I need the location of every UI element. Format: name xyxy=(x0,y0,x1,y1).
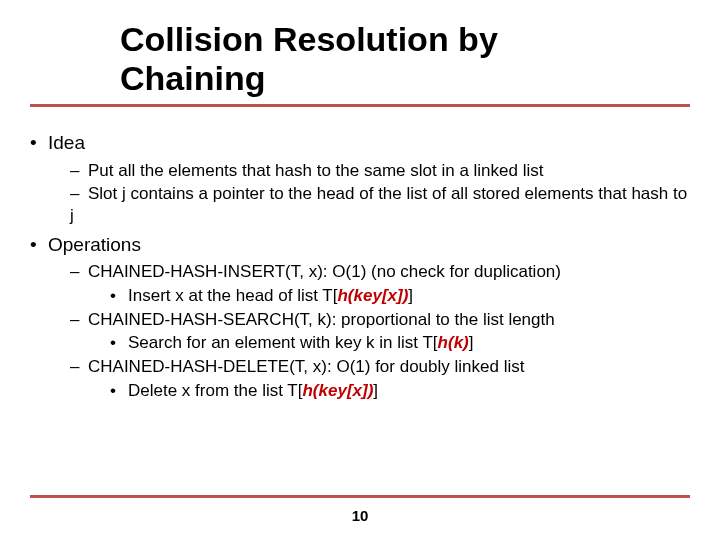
op-sub-item: •Delete x from the list T[h(key[x])] xyxy=(110,380,690,402)
op-sub-key: h(k) xyxy=(438,333,469,352)
title-line-1: Collision Resolution by xyxy=(120,20,498,58)
idea-item: –Put all the elements that hash to the s… xyxy=(70,160,690,182)
op-item: –CHAINED-HASH-SEARCH(T, k): proportional… xyxy=(70,309,690,331)
op-sub-post: ] xyxy=(373,381,378,400)
idea-item-text: Slot j contains a pointer to the head of… xyxy=(70,184,687,225)
dash-icon: – xyxy=(70,160,88,182)
op-sub-item: •Insert x at the head of list T[h(key[x]… xyxy=(110,285,690,307)
op-line: CHAINED-HASH-DELETE(T, x): O(1) for doub… xyxy=(88,357,524,376)
section-operations: •Operations xyxy=(30,233,690,257)
title-block: Collision Resolution by Chaining xyxy=(0,0,720,98)
bullet-icon: • xyxy=(30,131,48,155)
op-line: CHAINED-HASH-INSERT(T, x): O(1) (no chec… xyxy=(88,262,561,281)
footer-rule xyxy=(30,495,690,498)
op-sub-item: •Search for an element with key k in lis… xyxy=(110,332,690,354)
idea-item-text: Put all the elements that hash to the sa… xyxy=(88,161,543,180)
dash-icon: – xyxy=(70,309,88,331)
dot-icon: • xyxy=(110,285,128,307)
op-sub-key: h(key[x]) xyxy=(337,286,408,305)
section-idea: •Idea xyxy=(30,131,690,155)
slide-body: •Idea –Put all the elements that hash to… xyxy=(0,107,720,401)
section-operations-heading: Operations xyxy=(48,234,141,255)
op-sub-key: h(key[x]) xyxy=(302,381,373,400)
title-line-2: Chaining xyxy=(120,59,265,97)
page-number: 10 xyxy=(0,507,720,524)
op-sub-post: ] xyxy=(469,333,474,352)
slide: Collision Resolution by Chaining •Idea –… xyxy=(0,0,720,540)
dash-icon: – xyxy=(70,356,88,378)
bullet-icon: • xyxy=(30,233,48,257)
op-item: –CHAINED-HASH-DELETE(T, x): O(1) for dou… xyxy=(70,356,690,378)
idea-item: –Slot j contains a pointer to the head o… xyxy=(70,183,690,227)
section-idea-heading: Idea xyxy=(48,132,85,153)
dot-icon: • xyxy=(110,380,128,402)
op-sub-pre: Delete x from the list T[ xyxy=(128,381,302,400)
op-line: CHAINED-HASH-SEARCH(T, k): proportional … xyxy=(88,310,555,329)
slide-title: Collision Resolution by Chaining xyxy=(120,20,720,98)
op-sub-pre: Search for an element with key k in list… xyxy=(128,333,438,352)
dash-icon: – xyxy=(70,183,88,205)
op-sub-pre: Insert x at the head of list T[ xyxy=(128,286,337,305)
dot-icon: • xyxy=(110,332,128,354)
op-item: –CHAINED-HASH-INSERT(T, x): O(1) (no che… xyxy=(70,261,690,283)
op-sub-post: ] xyxy=(408,286,413,305)
dash-icon: – xyxy=(70,261,88,283)
